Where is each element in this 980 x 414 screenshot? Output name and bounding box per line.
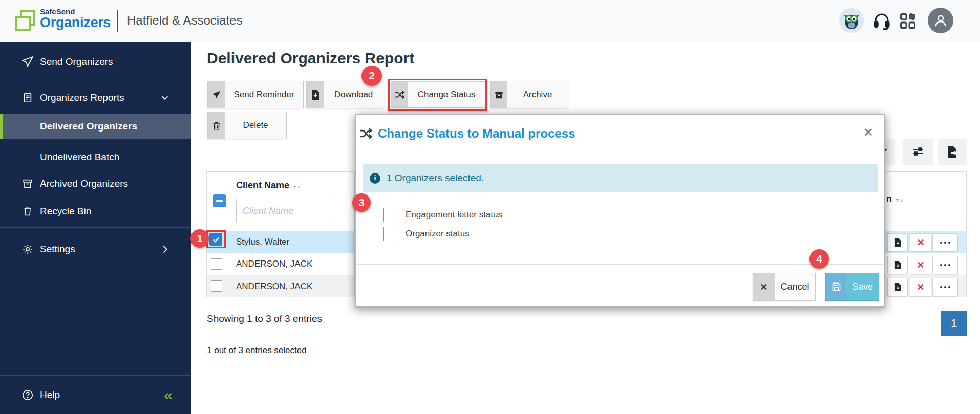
top-header: SafeSend Organizers Hatfield & Associate… [0,0,980,42]
header-divider [117,10,118,32]
download-row-button[interactable] [887,278,908,296]
sidebar-nav: Send Organizers Organizers Reports Deliv… [0,42,191,414]
column-header-label: Client Name [236,180,289,190]
step-badge-2: 2 [361,66,382,86]
step-badge-4: 4 [809,249,829,269]
sort-arrows-icon[interactable]: ▼▲ [292,184,301,189]
sidebar-item-archived-organizers[interactable]: Archived Organizers [0,171,191,197]
button-label: Delete [225,112,286,139]
modal-title: Change Status to Manual process [378,126,575,141]
archive-button[interactable]: Archive [490,81,568,108]
row-checkbox[interactable] [211,258,222,270]
ellipsis-icon [940,264,950,266]
modal-footer-divider [356,264,884,265]
app-window: SafeSend Organizers Hatfield & Associate… [0,0,980,414]
client-name-cell: ANDERSON, JACK [236,281,312,292]
close-icon[interactable]: ✕ [863,126,874,139]
save-floppy-icon [826,273,846,300]
sidebar-item-label: Settings [40,244,75,255]
pagination-page-1[interactable]: 1 [941,311,967,336]
brand-text[interactable]: SafeSend Organizers [40,8,111,30]
delete-row-button[interactable]: ✕ [910,256,931,274]
support-headset-button[interactable] [872,11,891,32]
row-checkbox-checked[interactable] [209,233,222,246]
organizer-status-checkbox[interactable] [383,227,397,241]
apps-grid-icon [899,12,917,30]
table-row[interactable]: ANDERSON, JACK [207,253,354,275]
sidebar-divider [0,76,191,76]
download-row-button[interactable] [887,233,908,252]
x-icon: ✕ [917,259,924,271]
x-icon: ✕ [753,273,775,300]
brand-organizers: Organizers [40,15,111,30]
more-actions-button[interactable] [932,278,958,296]
option-label: Engagement letter status [406,210,502,220]
chevron-right-icon [159,244,171,255]
file-download-icon [894,283,901,291]
delete-row-button[interactable]: ✕ [910,278,931,296]
download-row-button[interactable] [887,256,908,274]
actions-table-fragment: n▼▲ ✕ ✕ ✕ [885,171,967,297]
sidebar-item-undelivered-batch[interactable]: Undelivered Batch [0,144,191,170]
save-button[interactable]: Save [825,273,879,301]
question-circle-icon [22,389,34,401]
showing-entries-text: Showing 1 to 3 of 3 entries [207,313,322,324]
check-icon [212,235,220,244]
column-header-label: n [886,193,892,204]
column-header-client-name[interactable]: Client Name▼▲ [236,180,301,191]
collapse-sidebar-icon[interactable]: « [164,389,173,401]
send-reminder-button[interactable]: Send Reminder [207,81,304,108]
organizers-table: Client Name▼▲ Stylus, Walter ANDERSON, J… [206,171,355,297]
sidebar-item-label: Archived Organizers [40,178,128,189]
x-icon: ✕ [917,281,924,293]
export-button[interactable] [938,139,967,165]
sidebar-item-recycle-bin[interactable]: Recycle Bin [0,199,191,224]
file-download-icon [894,261,901,269]
assistant-owl-avatar[interactable] [839,8,864,33]
page-title: Delivered Organizers Report [207,50,414,67]
button-label: Save [846,273,879,300]
more-actions-button[interactable] [932,233,958,252]
user-avatar-button[interactable] [928,8,953,33]
file-export-icon [947,146,958,158]
button-label: Send Reminder [225,81,303,108]
file-download-icon [307,81,324,108]
sidebar-item-delivered-organizers[interactable]: Delivered Organizers [0,114,191,139]
trash-icon [22,205,34,217]
table-row[interactable]: Stylus, Walter [207,231,354,253]
modal-header: Change Status to Manual process ✕ [356,115,887,152]
engagement-letter-checkbox[interactable] [383,208,397,222]
step-badge-3: 3 [352,193,371,212]
more-actions-button[interactable] [932,256,958,274]
info-banner: i 1 Organizers selected. [363,164,878,192]
delete-button[interactable]: Delete [207,112,287,139]
safesend-logo-icon [14,9,37,35]
info-icon: i [370,173,380,184]
sidebar-item-label: Send Organizers [40,56,113,68]
row-checkbox[interactable] [211,280,222,292]
button-label: Cancel [775,273,815,300]
apps-grid-button[interactable] [899,12,917,32]
brand-safesend: SafeSend [40,8,111,15]
sidebar-item-settings[interactable]: Settings [0,236,191,262]
indeterminate-mark [216,200,223,202]
delete-row-button[interactable]: ✕ [910,233,931,252]
sidebar-item-organizers-reports[interactable]: Organizers Reports [0,85,191,111]
sidebar-item-send-organizers[interactable]: Send Organizers [0,49,191,75]
select-all-checkbox[interactable] [213,194,226,207]
sidebar-item-label: Help [40,389,60,401]
column-filter-button[interactable] [903,139,933,165]
table-row[interactable]: ANDERSON, JACK [207,275,354,297]
client-name-cell: Stylus, Walter [236,237,289,247]
button-label: Archive [507,81,568,108]
document-icon [22,92,34,104]
client-name-filter-input[interactable] [236,199,330,223]
cancel-button[interactable]: ✕ Cancel [753,273,816,301]
chevron-down-icon [159,92,171,103]
info-text: 1 Organizers selected. [387,172,484,184]
sidebar-item-help[interactable]: Help « [0,382,191,408]
callout-outline-change-status [388,79,487,111]
sliders-icon [911,146,925,158]
active-indicator [0,114,3,139]
modal-header-divider [356,152,884,152]
